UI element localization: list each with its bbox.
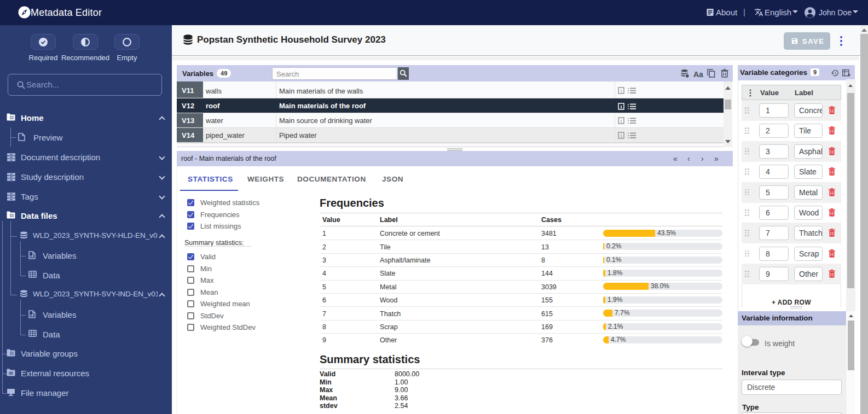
svg-text:1: 1 — [620, 89, 623, 94]
svg-text:1: 1 — [620, 133, 623, 138]
svg-text:1: 1 — [620, 104, 623, 109]
svg-text:1: 1 — [620, 119, 623, 124]
